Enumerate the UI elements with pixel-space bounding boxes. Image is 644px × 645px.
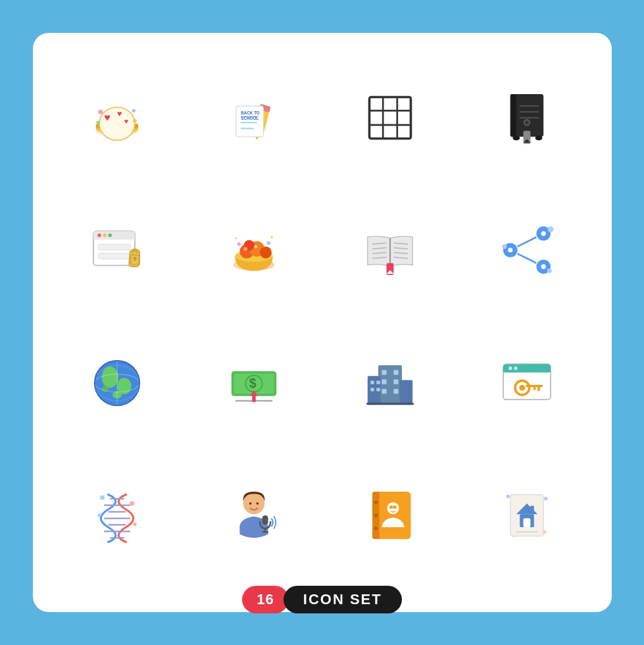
svg-point-63 xyxy=(235,237,237,240)
svg-text:♥: ♥ xyxy=(117,109,122,118)
svg-point-150 xyxy=(393,505,397,509)
svg-text:♥: ♥ xyxy=(104,111,111,123)
svg-point-79 xyxy=(541,265,545,269)
svg-rect-109 xyxy=(382,389,387,394)
svg-text:BACK TO: BACK TO xyxy=(241,110,260,115)
svg-rect-140 xyxy=(262,515,268,525)
icon-payment: $ xyxy=(195,324,312,442)
svg-point-134 xyxy=(130,502,134,506)
svg-rect-105 xyxy=(382,370,387,374)
icon-dna xyxy=(59,457,176,575)
svg-point-149 xyxy=(389,505,393,509)
svg-rect-110 xyxy=(394,389,399,394)
svg-rect-46 xyxy=(98,244,131,250)
svg-point-13 xyxy=(97,120,100,124)
svg-point-139 xyxy=(256,502,259,505)
svg-point-158 xyxy=(543,530,546,534)
svg-rect-24 xyxy=(370,97,411,138)
svg-text:$: $ xyxy=(249,376,257,390)
icon-back-to-school: BACK TO SCHOOL xyxy=(195,59,312,176)
svg-rect-107 xyxy=(382,379,387,384)
svg-point-37 xyxy=(535,136,542,140)
svg-point-11 xyxy=(132,109,136,112)
badge-number: 16 xyxy=(242,586,288,613)
icon-fruit-bowl xyxy=(195,192,312,309)
icon-open-book xyxy=(332,192,449,309)
badge-bar: 16 ICON SET xyxy=(242,586,401,613)
svg-point-62 xyxy=(270,236,273,239)
icon-voice-woman xyxy=(195,457,312,575)
svg-point-133 xyxy=(100,496,105,500)
icon-secure-browser xyxy=(59,192,176,309)
icon-grid xyxy=(332,59,449,176)
svg-point-36 xyxy=(512,136,520,140)
svg-rect-115 xyxy=(366,402,414,405)
svg-rect-113 xyxy=(371,388,374,391)
svg-text:♥: ♥ xyxy=(124,117,128,125)
svg-rect-104 xyxy=(400,380,413,403)
svg-point-12 xyxy=(134,119,137,122)
svg-point-78 xyxy=(541,231,545,236)
svg-point-58 xyxy=(243,247,247,251)
icon-globe xyxy=(59,324,176,442)
svg-point-137 xyxy=(243,493,264,514)
svg-point-136 xyxy=(134,523,137,526)
svg-point-61 xyxy=(267,242,270,245)
svg-point-43 xyxy=(98,234,101,237)
svg-point-83 xyxy=(547,226,553,232)
badge-text: ICON SET xyxy=(284,586,402,613)
svg-text:SCHOOL: SCHOOL xyxy=(241,115,259,120)
icon-share xyxy=(468,192,585,309)
svg-point-147 xyxy=(374,527,378,530)
svg-point-156 xyxy=(506,495,509,498)
svg-rect-30 xyxy=(510,94,516,137)
svg-point-44 xyxy=(103,234,107,237)
icon-contact-book xyxy=(332,457,449,575)
svg-line-81 xyxy=(517,237,536,246)
svg-point-120 xyxy=(514,367,517,370)
svg-rect-155 xyxy=(530,506,533,515)
svg-rect-154 xyxy=(523,519,530,528)
svg-rect-101 xyxy=(252,396,255,402)
svg-point-84 xyxy=(547,269,551,273)
svg-point-60 xyxy=(237,243,241,246)
svg-point-122 xyxy=(519,384,525,390)
svg-line-82 xyxy=(517,254,536,263)
svg-rect-47 xyxy=(98,253,131,259)
svg-point-59 xyxy=(254,245,257,248)
icon-notebook xyxy=(468,59,585,176)
svg-point-87 xyxy=(102,367,118,388)
svg-point-145 xyxy=(374,501,378,504)
main-card: ♥ ♥ ♥ xyxy=(33,33,612,612)
svg-point-39 xyxy=(525,120,528,124)
icon-building xyxy=(332,324,449,442)
svg-rect-111 xyxy=(371,380,374,384)
icon-love-food: ♥ ♥ ♥ xyxy=(59,59,176,176)
svg-point-157 xyxy=(544,497,547,500)
svg-point-10 xyxy=(98,109,103,114)
svg-point-138 xyxy=(249,502,252,505)
svg-point-80 xyxy=(508,248,512,253)
svg-rect-112 xyxy=(377,380,380,384)
svg-point-135 xyxy=(98,514,101,517)
svg-point-119 xyxy=(508,367,512,370)
svg-point-56 xyxy=(260,247,272,259)
svg-point-85 xyxy=(502,244,507,249)
svg-rect-51 xyxy=(134,259,136,262)
svg-point-146 xyxy=(374,514,378,517)
icon-key-browser xyxy=(468,324,585,442)
svg-rect-114 xyxy=(377,388,380,391)
svg-point-45 xyxy=(109,234,112,237)
svg-rect-106 xyxy=(394,370,399,374)
icon-home-document xyxy=(468,457,585,575)
svg-rect-108 xyxy=(394,379,399,384)
icon-grid: ♥ ♥ ♥ xyxy=(59,59,585,574)
